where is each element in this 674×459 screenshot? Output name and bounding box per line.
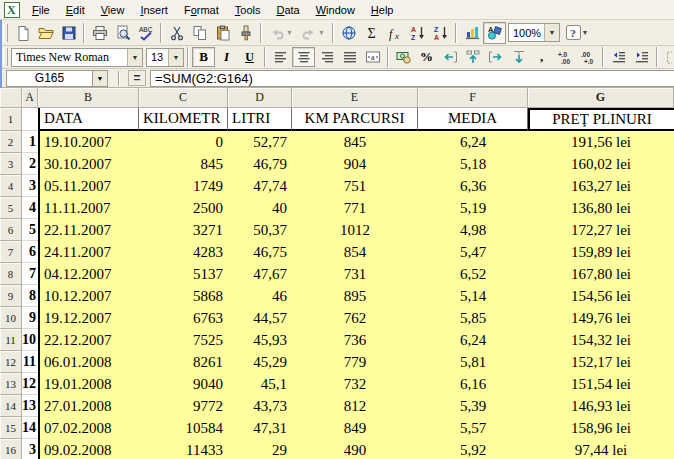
- cell-C14[interactable]: 9772: [139, 395, 228, 417]
- row-header-16[interactable]: 16: [0, 439, 22, 459]
- format-painter-button[interactable]: [234, 22, 257, 44]
- cell-A7[interactable]: 6: [22, 241, 38, 263]
- cell-G16[interactable]: 97,44 lei: [528, 439, 674, 459]
- cell-E6[interactable]: 1012: [292, 219, 418, 241]
- cell-G2[interactable]: 191,56 lei: [528, 131, 674, 153]
- cell-E16[interactable]: 490: [292, 439, 418, 459]
- increase-indent-button[interactable]: [630, 47, 653, 67]
- chevron-down-icon[interactable]: ▼: [318, 29, 325, 36]
- menu-insert[interactable]: Insert: [132, 2, 176, 18]
- cell-B5[interactable]: 11.11.2007: [38, 197, 139, 219]
- cell-G3[interactable]: 160,02 lei: [528, 153, 674, 175]
- menu-help[interactable]: Help: [363, 2, 402, 18]
- cell-B2[interactable]: 19.10.2007: [38, 131, 139, 153]
- italic-button[interactable]: I: [215, 47, 238, 67]
- cell-A8[interactable]: 7: [22, 263, 38, 285]
- formula-input[interactable]: =SUM(G2:G164): [150, 70, 674, 87]
- column-header-D[interactable]: D: [228, 88, 292, 108]
- currency-button[interactable]: [392, 47, 415, 67]
- cell-G6[interactable]: 172,27 lei: [528, 219, 674, 241]
- cell-D4[interactable]: 47,74: [228, 175, 292, 197]
- cell-D8[interactable]: 47,67: [228, 263, 292, 285]
- cell-G4[interactable]: 163,27 lei: [528, 175, 674, 197]
- column-header-F[interactable]: F: [418, 88, 528, 108]
- cell-F5[interactable]: 5,19: [418, 197, 528, 219]
- sort-ascending-button[interactable]: AZ: [406, 22, 429, 44]
- cell-E7[interactable]: 854: [292, 241, 418, 263]
- cell-F4[interactable]: 6,36: [418, 175, 528, 197]
- cell-F3[interactable]: 5,18: [418, 153, 528, 175]
- row-header-3[interactable]: 3: [0, 153, 22, 175]
- cell-F11[interactable]: 6,24: [418, 329, 528, 351]
- cell-B13[interactable]: 19.01.2008: [38, 373, 139, 395]
- row-header-5[interactable]: 5: [0, 197, 22, 219]
- paste-function-button[interactable]: fx: [383, 22, 406, 44]
- row-header-14[interactable]: 14: [0, 395, 22, 417]
- cell-F1[interactable]: MEDIA: [418, 108, 528, 131]
- cell-A12[interactable]: 11: [22, 351, 38, 373]
- cell-D16[interactable]: 29: [228, 439, 292, 459]
- shift-cells-right-button[interactable]: [484, 47, 507, 67]
- decrease-indent-button[interactable]: [607, 47, 630, 67]
- cell-D2[interactable]: 52,77: [228, 131, 292, 153]
- shift-cells-down-button[interactable]: [507, 47, 530, 67]
- cell-E4[interactable]: 751: [292, 175, 418, 197]
- comma-style-button[interactable]: ,: [530, 47, 553, 67]
- cell-D3[interactable]: 46,79: [228, 153, 292, 175]
- cell-B14[interactable]: 27.01.2008: [38, 395, 139, 417]
- cell-F13[interactable]: 6,16: [418, 373, 528, 395]
- menu-tools[interactable]: Tools: [227, 2, 269, 18]
- cell-F2[interactable]: 6,24: [418, 131, 528, 153]
- cell-B3[interactable]: 30.10.2007: [38, 153, 139, 175]
- cell-C3[interactable]: 845: [139, 153, 228, 175]
- row-header-11[interactable]: 11: [0, 329, 22, 351]
- cell-C11[interactable]: 7525: [139, 329, 228, 351]
- cell-C5[interactable]: 2500: [139, 197, 228, 219]
- column-header-C[interactable]: C: [139, 88, 228, 108]
- cell-E11[interactable]: 736: [292, 329, 418, 351]
- align-right-button[interactable]: [315, 47, 338, 67]
- cell-B12[interactable]: 06.01.2008: [38, 351, 139, 373]
- menu-edit[interactable]: Edit: [58, 2, 93, 18]
- cell-C7[interactable]: 4283: [139, 241, 228, 263]
- excel-app-icon[interactable]: X: [4, 2, 20, 18]
- toolbar-grip[interactable]: [3, 24, 8, 42]
- menu-format[interactable]: Format: [176, 2, 227, 18]
- cell-A11[interactable]: 10: [22, 329, 38, 351]
- toolbar-grip[interactable]: [3, 48, 8, 66]
- cell-F8[interactable]: 6,52: [418, 263, 528, 285]
- cell-D6[interactable]: 50,37: [228, 219, 292, 241]
- column-header-E[interactable]: E: [292, 88, 418, 108]
- row-header-10[interactable]: 10: [0, 307, 22, 329]
- row-header-7[interactable]: 7: [0, 241, 22, 263]
- column-header-A[interactable]: A: [22, 88, 38, 108]
- cell-B15[interactable]: 07.02.2008: [38, 417, 139, 439]
- cell-G1[interactable]: PREŢ PLINURI: [528, 108, 674, 131]
- cell-B9[interactable]: 10.12.2007: [38, 285, 139, 307]
- row-header-9[interactable]: 9: [0, 285, 22, 307]
- cell-G15[interactable]: 158,96 lei: [528, 417, 674, 439]
- open-button[interactable]: [34, 22, 57, 44]
- cell-E2[interactable]: 845: [292, 131, 418, 153]
- chart-wizard-button[interactable]: [460, 22, 483, 44]
- cell-C10[interactable]: 6763: [139, 307, 228, 329]
- cell-C16[interactable]: 11433: [139, 439, 228, 459]
- cell-A5[interactable]: 4: [22, 197, 38, 219]
- cell-C9[interactable]: 5868: [139, 285, 228, 307]
- cell-E15[interactable]: 849: [292, 417, 418, 439]
- cell-C15[interactable]: 10584: [139, 417, 228, 439]
- row-header-4[interactable]: 4: [0, 175, 22, 197]
- cell-E12[interactable]: 779: [292, 351, 418, 373]
- cell-E14[interactable]: 812: [292, 395, 418, 417]
- shift-cells-left-button[interactable]: [438, 47, 461, 67]
- cell-E5[interactable]: 771: [292, 197, 418, 219]
- cell-D10[interactable]: 44,57: [228, 307, 292, 329]
- chevron-down-icon[interactable]: ▼: [544, 24, 559, 41]
- cell-A13[interactable]: 12: [22, 373, 38, 395]
- cell-A10[interactable]: 9: [22, 307, 38, 329]
- cell-G8[interactable]: 167,80 lei: [528, 263, 674, 285]
- copy-button[interactable]: [188, 22, 211, 44]
- cell-B6[interactable]: 22.11.2007: [38, 219, 139, 241]
- insert-hyperlink-button[interactable]: [337, 22, 360, 44]
- cell-B1[interactable]: DATA: [38, 108, 139, 131]
